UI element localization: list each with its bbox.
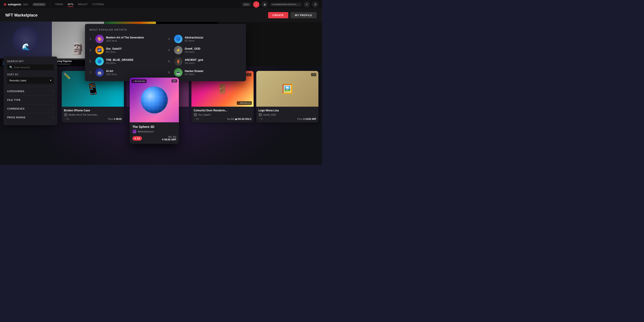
close-btn[interactable]: ✕	[304, 1, 310, 8]
artist-item-3[interactable]: 3. 🌌 Our_GalaXY 651 Items	[90, 46, 163, 54]
card-edition-lego-mona: 1/1	[311, 73, 316, 76]
currencies-label: CURRENCIES	[7, 107, 24, 110]
card-likes-lego: ♡ 0	[258, 118, 262, 120]
artist-item-4[interactable]: 4. ⚡ GreeK_GOD 512 Items	[168, 46, 242, 54]
price-range-filter[interactable]: PRICE RANGE ›	[7, 113, 54, 122]
nav-tutorial[interactable]: TUTORIAL	[92, 3, 104, 6]
page-title: NFT Marketplace	[5, 13, 38, 18]
artist-avatar-4: ⚡	[174, 46, 182, 54]
likes-count: 26	[196, 118, 199, 120]
card-price-colourful: Top Bid ◉ 291.00 SOLO	[227, 118, 251, 120]
artist-avatar-6: 🏺	[174, 57, 182, 66]
price-range-arrow-icon: ›	[53, 116, 54, 119]
main-area: 🌊 ...utiful Inside 👤Abstractiozzzz 1/1 ⏱…	[0, 22, 322, 165]
nav-trade[interactable]: TRADE	[55, 3, 63, 6]
artist-items-7: 1002 Items	[106, 73, 163, 76]
artist-rank-1: 1.	[90, 37, 93, 40]
language-selector[interactable]: ENG	[242, 2, 251, 6]
artist-item-5[interactable]: 5. 🔵 THE_BLUE_ORANGE 415 Items	[90, 57, 163, 66]
likes-count: 51	[67, 118, 69, 120]
heart-icon: ♥	[134, 137, 136, 140]
artist-avatar-2: 🔵	[174, 35, 182, 43]
search-box[interactable]: 🔍	[7, 64, 54, 70]
heart-icon: ♡	[194, 118, 196, 120]
popular-artists-panel: MOST POPULAR ARTISTS 1. 🎨 Modern Art of …	[85, 24, 246, 81]
card-body-colourful-door: Colourful Door Renderin... G Our_GalaXY …	[192, 107, 254, 122]
artist-item-7[interactable]: 7. 🤖 AI Art 1002 Items	[90, 68, 163, 77]
artist-avatar-8: 💻	[174, 68, 182, 77]
search-input[interactable]	[14, 66, 52, 69]
page-header: NFT Marketplace CREATE MY PROFILE	[0, 9, 322, 22]
artist-items-4: 512 Items	[185, 51, 242, 53]
artist-item-8[interactable]: 8. 💻 Hacker Drawer 817 Items	[168, 68, 242, 77]
featured-name: The Sphere 3D	[132, 125, 176, 128]
search-label: SEARCH NFT	[7, 60, 54, 62]
price-value: ✕ 99.00	[114, 118, 122, 120]
featured-edition: 2/2	[172, 80, 177, 82]
settings-btn[interactable]: ⚙	[312, 1, 318, 8]
featured-artist: A Abstractiozzzz	[132, 130, 176, 134]
network-badge: TESTNET	[33, 3, 46, 6]
nav-wallet[interactable]: WALLET	[78, 3, 88, 6]
artist-avatar-colourful: G	[194, 113, 197, 116]
card-timer-colourful-door: ● 00h:01m:1s	[237, 101, 252, 105]
artists-grid: 1. 🎨 Modern Art of The Generation 1002 I…	[90, 35, 242, 77]
heart-icon: ♡	[258, 118, 260, 120]
nav-divider	[50, 2, 50, 7]
popular-panel-title: MOST POPULAR ARTISTS	[90, 28, 242, 31]
logo-icon: ⊕	[4, 2, 6, 6]
card-footer-lego: ♡ 0 Price ✕ 19.00 XRP	[258, 118, 316, 120]
artist-name-3: Our_GalaXY	[106, 47, 163, 50]
file-type-filter[interactable]: FILE TYPE ›	[7, 96, 54, 104]
artist-rank-4: 4.	[168, 48, 172, 52]
currencies-filter[interactable]: CURRENCIES ›	[7, 104, 54, 113]
logo-text: sologenic	[8, 3, 22, 6]
artist-items-6: 341 Items	[185, 62, 242, 64]
timer-dot-icon: ●	[133, 80, 134, 82]
artist-name-colourful: Our_GalaXY	[198, 114, 211, 116]
artist-item-1[interactable]: 1. 🎨 Modern Art of The Generation 1002 I…	[90, 35, 163, 43]
artist-name-4: GreeK_GOD	[185, 47, 242, 50]
categories-label: CATEGORIES	[7, 90, 24, 92]
featured-card-sphere[interactable]: ● 0h:41m:31s 2/2 The Sphere 3D A Abstrac…	[130, 78, 179, 144]
sidebar: SEARCH NFT 🔍 SORT BY Recently Listed ▾ C…	[4, 56, 57, 125]
artist-name-broken-iphone: Modern Art of The Generatio...	[69, 114, 99, 116]
sphere-visual	[141, 86, 168, 113]
card-name-lego-mona: Lego Mona Lisa	[258, 109, 316, 112]
artist-items-3: 651 Items	[106, 51, 163, 53]
logo[interactable]: ⊕ sologenic DEX	[4, 2, 28, 6]
card-footer-colourful: ♡ 26 Top Bid ◉ 291.00 SOLO	[194, 118, 251, 120]
artist-item-6[interactable]: 6. 🏺 ANCIENT_god 341 Items	[168, 57, 242, 66]
artist-rank-6: 6.	[168, 60, 172, 63]
card-artist-lego-mona: G GreeK_GOD	[258, 113, 316, 116]
artist-name-1: Modern Art of The Generation	[106, 36, 163, 39]
card-name-broken-iphone: Broken iPhone Case	[64, 109, 122, 112]
artist-rank-8: 8.	[168, 71, 172, 74]
artist-name-7: AI Art	[106, 70, 163, 73]
featured-bid-info: Min. Bid ✕ 99.00 XRP	[162, 136, 176, 141]
featured-body: The Sphere 3D A Abstractiozzzz ♥ 14 Min.…	[130, 122, 179, 144]
nft-card-lego-mona[interactable]: 🖼️ 1/1 Lego Mona Lisa G GreeK_GOD ♡ 0 Pr…	[256, 71, 318, 122]
header-buttons: CREATE MY PROFILE	[268, 12, 317, 18]
notification-btn[interactable]: ♪	[253, 1, 260, 8]
heart-icon: ♡	[64, 118, 66, 120]
featured-like-button[interactable]: ♥ 14	[132, 136, 142, 141]
file-type-arrow-icon: ›	[53, 98, 54, 102]
bell-icon-btn[interactable]: ◉	[262, 1, 268, 8]
artist-item-2[interactable]: 2. 🔵 Abstractiozzzz 817 Items	[168, 35, 242, 43]
my-profile-button[interactable]: MY PROFILE	[290, 12, 317, 18]
categories-filter[interactable]: CATEGORIES ›	[7, 87, 54, 96]
nav-nfts[interactable]: NFTs	[68, 3, 74, 6]
artist-items-1: 1002 Items	[106, 40, 163, 42]
artist-rank-3: 3.	[90, 48, 93, 52]
featured-artist-avatar: A	[132, 130, 136, 134]
sort-select[interactable]: Recently Listed ▾	[7, 77, 54, 84]
price-value: ✕ 19.00 XRP	[303, 118, 316, 120]
price-range-label: PRICE RANGE	[7, 116, 26, 119]
card-likes-broken-iphone: ♡ 51	[64, 118, 69, 120]
artist-items-8: 817 Items	[185, 73, 242, 76]
wallet-address[interactable]: rFVMiWB4F9MXYhafYhuF_SyWdRy	[270, 3, 302, 6]
create-button[interactable]: CREATE	[268, 12, 288, 18]
dex-label: DEX	[23, 3, 28, 6]
price-value: ◉ 291.00 SOLO	[235, 118, 251, 120]
